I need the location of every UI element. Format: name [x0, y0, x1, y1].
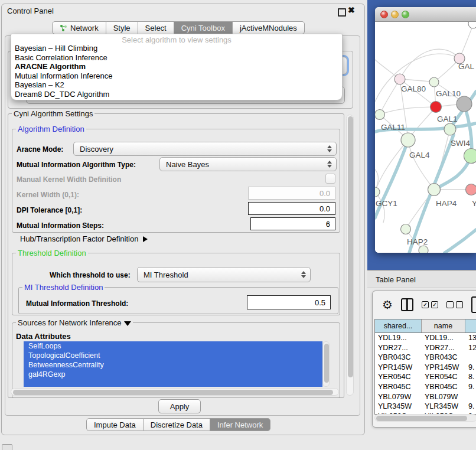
- table-row[interactable]: YDL19...YDL19...13: [375, 333, 476, 343]
- aracne-mode-combo[interactable]: Discovery: [73, 142, 337, 156]
- attribute-item[interactable]: BetweennessCentrality: [24, 360, 322, 370]
- close-window-button[interactable]: [380, 11, 388, 18]
- columns-icon[interactable]: [401, 298, 413, 311]
- table-cell[interactable]: 12: [465, 343, 476, 353]
- table-cell[interactable]: YDR27...: [375, 343, 422, 353]
- network-node[interactable]: [464, 149, 476, 164]
- column-header-shared-name[interactable]: shared...: [375, 319, 422, 332]
- gear-icon[interactable]: ⚙: [382, 299, 393, 311]
- mi-type-label: Mutual Information Algorithm Type:: [17, 161, 136, 169]
- tab-cyni-toolbox[interactable]: Cyni Toolbox: [174, 21, 233, 34]
- tab-select[interactable]: Select: [138, 21, 174, 34]
- column-header-name[interactable]: name: [422, 319, 465, 332]
- mi-threshold-field[interactable]: 0.5: [247, 295, 331, 309]
- column-header-clipped[interactable]: [465, 319, 476, 332]
- table-cell[interactable]: YBR045C: [422, 382, 465, 392]
- network-node[interactable]: [375, 187, 380, 197]
- network-view-window[interactable]: GALGAL80GAL10GAL1GAL11SWI4GAL4GCY1HAP4YH…: [375, 7, 476, 253]
- table-cell[interactable]: 13: [465, 333, 476, 343]
- table-cell[interactable]: YER054C: [375, 372, 422, 382]
- select-all-icon[interactable]: ✓✓: [422, 301, 438, 308]
- sources-group-title[interactable]: Sources for Network Inference: [16, 318, 133, 327]
- network-node[interactable]: [401, 133, 415, 147]
- attribute-item[interactable]: TopologicalCoefficient: [24, 351, 322, 360]
- table-cell[interactable]: YBR043C: [375, 353, 422, 363]
- network-node[interactable]: [466, 184, 476, 195]
- settings-vertical-scrollbar[interactable]: [346, 115, 354, 396]
- table-row[interactable]: YLR345WYLR345W9.: [375, 402, 476, 412]
- algorithm-option[interactable]: Dream8 DC_TDC Algorithm: [11, 90, 342, 99]
- table-row[interactable]: YDR27...YDR27...12: [375, 343, 476, 353]
- table-cell[interactable]: YPR145W: [375, 363, 422, 373]
- table-cell[interactable]: 9.: [465, 363, 476, 373]
- hub-definition-expander[interactable]: Hub/Transcription Factor Definition: [20, 234, 148, 243]
- table-row[interactable]: YPR145WYPR145W9.: [375, 363, 476, 373]
- dock-mini-button[interactable]: [2, 444, 12, 450]
- data-attributes-list[interactable]: SelfLoopsTopologicalCoefficientBetweenne…: [24, 341, 322, 387]
- manual-kernel-checkbox[interactable]: [325, 174, 335, 184]
- tab-infer-network[interactable]: Infer Network: [210, 418, 270, 431]
- algorithm-definition-title: Algorithm Definition: [16, 125, 86, 133]
- table-cell[interactable]: YDR27...: [422, 343, 465, 353]
- table-row[interactable]: YBL079WYBL079W: [375, 392, 476, 402]
- algorithm-option[interactable]: Mutual Information Inference: [11, 71, 342, 81]
- float-panel-icon[interactable]: [338, 8, 346, 17]
- network-node[interactable]: [468, 22, 476, 28]
- tab-jactivemnodules[interactable]: jActiveMNodules: [233, 21, 305, 34]
- network-node[interactable]: [428, 184, 441, 196]
- tab-network[interactable]: Network: [52, 21, 106, 34]
- network-window-titlebar[interactable]: [375, 7, 476, 22]
- mi-steps-field[interactable]: 6: [250, 217, 335, 230]
- algorithm-option[interactable]: Bayesian – K2: [11, 80, 342, 90]
- apply-button[interactable]: Apply: [158, 399, 201, 413]
- table-row[interactable]: YBR045CYBR045C9.: [375, 382, 476, 392]
- network-node-label: GAL80: [401, 84, 426, 93]
- attribute-item[interactable]: gal4RGexp: [24, 370, 322, 379]
- settings-horizontal-scrollbar[interactable]: [11, 388, 339, 396]
- table-cell[interactable]: YLR345W: [422, 402, 465, 412]
- algorithm-option[interactable]: ARACNE Algorithm: [11, 62, 342, 71]
- table-cell[interactable]: 9.: [465, 382, 476, 392]
- algorithm-option[interactable]: Basic Correlation Inference: [11, 53, 342, 63]
- deselect-all-icon[interactable]: [446, 301, 463, 308]
- dpi-tolerance-field[interactable]: 0.0: [248, 202, 335, 215]
- attribute-item[interactable]: SelfLoops: [24, 341, 322, 351]
- mi-type-combo[interactable]: Naive Bayes: [159, 157, 337, 171]
- table-cell[interactable]: YBL079W: [422, 392, 465, 402]
- table-cell[interactable]: YBL079W: [375, 392, 422, 402]
- table-row[interactable]: YBR043CYBR043C: [375, 353, 476, 363]
- attribute-list-scrollbar[interactable]: [322, 341, 330, 387]
- table-cell[interactable]: 9.: [465, 402, 476, 412]
- zoom-window-button[interactable]: [402, 11, 409, 18]
- table-cell[interactable]: 8.: [465, 372, 476, 382]
- network-node[interactable]: [419, 246, 428, 253]
- table-cell[interactable]: YBR045C: [375, 382, 422, 392]
- table-cell[interactable]: YER054C: [422, 372, 465, 382]
- algorithm-option[interactable]: Bayesian – Hill Climbing: [11, 44, 342, 53]
- table-row[interactable]: YER054CYER054C8.: [375, 372, 476, 382]
- minimize-window-button[interactable]: [391, 11, 399, 18]
- close-panel-icon[interactable]: ✖: [348, 5, 355, 15]
- network-canvas[interactable]: GALGAL80GAL10GAL1GAL11SWI4GAL4GCY1HAP4YH…: [375, 22, 476, 253]
- network-node[interactable]: [429, 77, 439, 87]
- network-node[interactable]: [375, 110, 385, 120]
- network-node[interactable]: [457, 96, 472, 112]
- table-horizontal-scrollbar[interactable]: [374, 414, 476, 422]
- tab-style[interactable]: Style: [106, 21, 138, 34]
- network-node[interactable]: [395, 74, 405, 84]
- tab-impute-data[interactable]: Impute Data: [86, 418, 144, 431]
- table-cell[interactable]: YBR043C: [422, 353, 465, 363]
- table-cell[interactable]: [465, 353, 476, 363]
- tab-discretize-data[interactable]: Discretize Data: [144, 418, 210, 431]
- table-cell[interactable]: YLR345W: [375, 402, 422, 412]
- which-threshold-combo[interactable]: MI Threshold: [137, 267, 311, 282]
- table-cell[interactable]: YPR145W: [422, 363, 465, 373]
- new-table-icon[interactable]: [471, 296, 476, 313]
- table-cell[interactable]: YDL19...: [375, 333, 422, 343]
- table-cell[interactable]: [465, 392, 476, 402]
- network-node[interactable]: [401, 224, 411, 234]
- table-cell[interactable]: YDL19...: [422, 333, 465, 343]
- kernel-width-field[interactable]: 0.0: [248, 187, 335, 200]
- network-node[interactable]: [431, 102, 442, 113]
- network-node[interactable]: [444, 123, 456, 135]
